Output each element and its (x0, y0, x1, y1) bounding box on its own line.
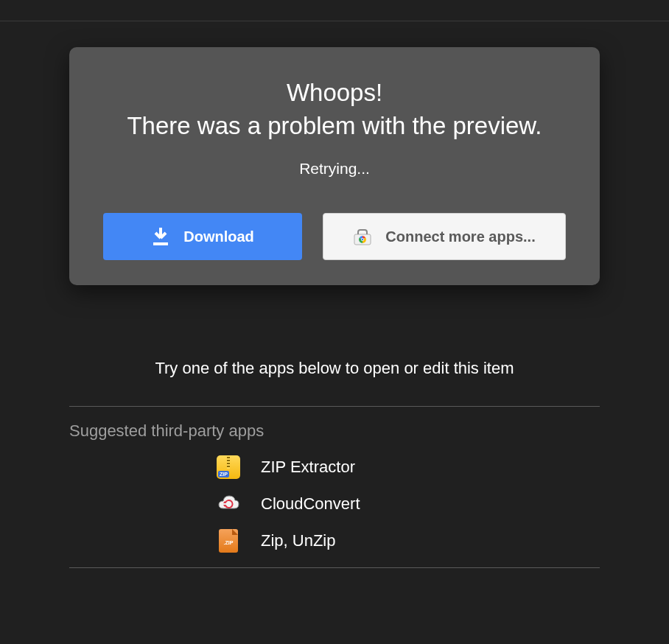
app-name: CloudConvert (261, 494, 360, 514)
suggestions-section: Try one of the apps below to open or edi… (69, 359, 600, 568)
app-list: ZIP Extractor CloudConvert Zip, UnZip (69, 455, 600, 567)
divider-bottom (69, 567, 600, 568)
download-button[interactable]: Download (103, 213, 302, 260)
connect-more-apps-button[interactable]: Connect more apps... (323, 213, 566, 260)
zip-unzip-icon (217, 529, 240, 553)
app-item-cloudconvert[interactable]: CloudConvert (217, 492, 600, 516)
error-title-line1: Whoops! (287, 79, 382, 106)
error-title: Whoops! There was a problem with the pre… (90, 77, 579, 142)
cloudconvert-icon (217, 492, 240, 516)
top-divider (0, 21, 669, 21)
app-item-zip-unzip[interactable]: Zip, UnZip (217, 529, 600, 553)
suggested-apps-label: Suggested third-party apps (69, 421, 600, 441)
zip-extractor-icon (217, 455, 240, 479)
app-name: ZIP Extractor (261, 458, 355, 477)
svg-point-4 (362, 239, 364, 241)
app-name: Zip, UnZip (261, 531, 335, 550)
try-apps-text: Try one of the apps below to open or edi… (69, 359, 600, 378)
divider-top (69, 406, 600, 407)
retrying-text: Retrying... (90, 160, 579, 178)
download-label: Download (183, 228, 254, 245)
button-row: Download Connect more apps... (90, 213, 579, 260)
svg-rect-0 (153, 242, 168, 245)
error-card: Whoops! There was a problem with the pre… (69, 47, 600, 285)
download-icon (151, 226, 170, 247)
error-title-line2: There was a problem with the preview. (127, 112, 542, 139)
chrome-store-icon (353, 227, 372, 246)
app-item-zip-extractor[interactable]: ZIP Extractor (217, 455, 600, 479)
connect-label: Connect more apps... (385, 228, 535, 245)
